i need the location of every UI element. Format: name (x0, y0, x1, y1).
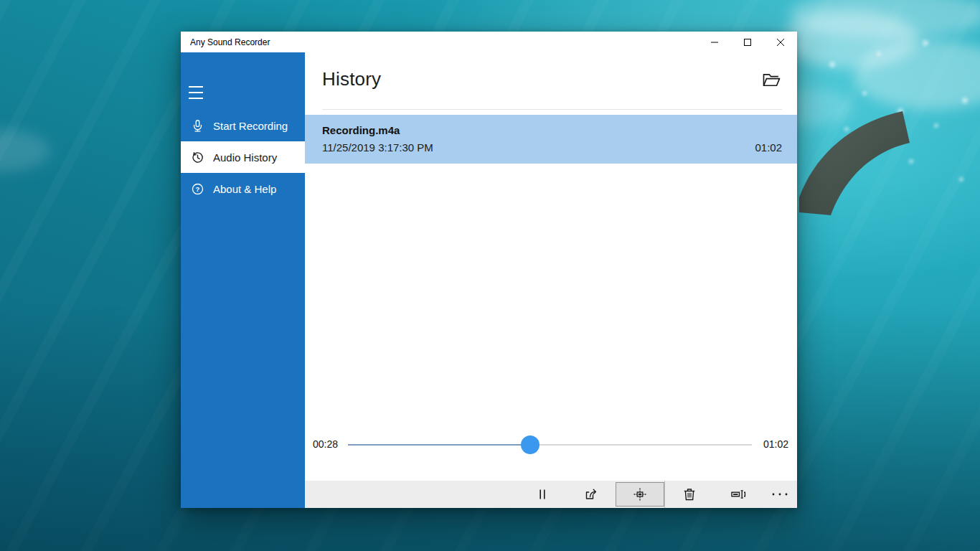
page-title: History (322, 68, 381, 90)
recording-datetime: 11/25/2019 3:17:30 PM (322, 141, 433, 154)
delete-button[interactable] (665, 481, 714, 508)
close-button[interactable] (764, 32, 797, 52)
sidebar-item-label: Audio History (213, 151, 277, 164)
open-folder-button[interactable] (755, 65, 787, 94)
playback-bar: 00:28 01:02 (305, 433, 797, 456)
svg-text:?: ? (195, 184, 199, 192)
main-pane: History Recording.m4a 11/25/2019 3:17:30… (305, 52, 797, 508)
recording-duration: 01:02 (755, 141, 782, 154)
recording-list-item[interactable]: Recording.m4a 11/25/2019 3:17:30 PM 01:0… (305, 115, 797, 164)
sidebar-item-label: Start Recording (213, 120, 288, 132)
more-button[interactable] (763, 481, 797, 508)
sidebar-item-start-recording[interactable]: Start Recording (181, 110, 305, 141)
ellipsis-icon (771, 487, 788, 501)
open-folder-icon (762, 72, 781, 88)
header-divider (322, 109, 782, 110)
recording-name: Recording.m4a (322, 124, 782, 136)
trim-button[interactable] (616, 482, 664, 507)
seek-slider[interactable] (348, 444, 752, 446)
app-window: Any Sound Recorder (181, 32, 797, 508)
microphone-icon (190, 118, 204, 133)
window-title: Any Sound Recorder (181, 37, 270, 47)
rename-button[interactable] (714, 481, 763, 508)
trim-icon (633, 487, 647, 501)
pause-button[interactable] (518, 481, 567, 508)
sidebar-item-audio-history[interactable]: Audio History (181, 141, 305, 173)
menu-button[interactable] (184, 81, 209, 104)
minimize-icon (710, 38, 719, 47)
rename-icon (730, 487, 746, 501)
minimize-button[interactable] (698, 32, 731, 52)
history-icon (190, 150, 204, 164)
sidebar: Start Recording Audio History (181, 52, 305, 508)
sidebar-nav: Start Recording Audio History (181, 110, 305, 204)
help-icon: ? (190, 182, 204, 196)
sidebar-item-about-help[interactable]: ? About & Help (181, 173, 305, 204)
sidebar-item-label: About & Help (213, 183, 276, 195)
share-button[interactable] (567, 481, 616, 508)
seek-slider-fill (348, 444, 530, 446)
bottom-toolbar (305, 481, 797, 508)
title-bar[interactable]: Any Sound Recorder (181, 32, 797, 52)
pause-icon (535, 487, 550, 501)
maximize-icon (743, 38, 752, 47)
elapsed-time: 00:28 (313, 438, 338, 450)
share-icon (584, 487, 598, 501)
close-icon (776, 38, 785, 47)
seek-slider-thumb[interactable] (521, 435, 540, 454)
caption-buttons (698, 32, 797, 52)
fish-fin (799, 111, 910, 215)
maximize-button[interactable] (731, 32, 764, 52)
hamburger-icon (189, 86, 203, 88)
trash-icon (682, 487, 697, 501)
desktop-wallpaper: Any Sound Recorder (0, 0, 980, 551)
total-time: 01:02 (763, 438, 788, 450)
